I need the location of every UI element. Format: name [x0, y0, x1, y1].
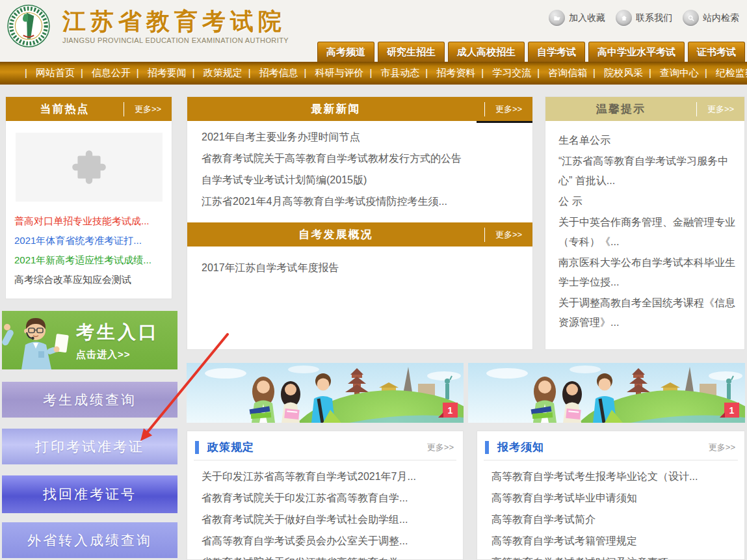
news-item[interactable]: 江苏省2021年4月高等教育自学考试疫情防控考生须...: [202, 191, 532, 212]
tab-academic-level[interactable]: 高中学业水平考试: [588, 42, 685, 62]
policy-item[interactable]: 关于印发江苏省高等教育自学考试2021年7月...: [202, 466, 463, 487]
policy-item[interactable]: 省教育考试院关于做好自学考试社会助学组...: [202, 509, 463, 530]
hot-topics-title: 当前热点: [6, 101, 124, 116]
nav-item-mailbox[interactable]: 咨询信箱: [537, 67, 593, 79]
nav-item-materials[interactable]: 招考资料: [425, 67, 481, 79]
main-navbar: 网站首页 信息公开 招考要闻 政策规定 招考信息 科研与评价 市县动态 招考资料…: [0, 62, 747, 85]
channel-tabs: 高考频道 研究生招生 成人高校招生 自学考试 高中学业水平考试 证书考试: [317, 42, 745, 62]
tips-list: 生名单公示 “江苏省高等教育自学考试学习服务中心” 首批认... 公 示 关于中…: [545, 121, 744, 332]
notice-item[interactable]: 高等教育自学考试考试时间及注意事项: [491, 552, 744, 560]
tip-item[interactable]: 关于中英合作商务管理、金融管理专业（专科）《...: [558, 213, 735, 252]
policy-list: 关于印发江苏省高等教育自学考试2021年7月... 省教育考试院关于印发江苏省高…: [187, 460, 463, 560]
banner-illustration: [468, 363, 745, 423]
hot-topic-link[interactable]: 普高对口单招专业技能考试成...: [14, 211, 172, 231]
contact-us-link[interactable]: 联系我们: [616, 10, 672, 26]
tip-item[interactable]: 公 示: [558, 192, 735, 211]
policy-header: 政策规定 更多>>: [187, 431, 463, 460]
hot-topic-link[interactable]: 高考综合改革应知应会测试: [14, 270, 172, 289]
news-item[interactable]: 省教育考试院关于高等教育自学考试教材发行方式的公告: [202, 148, 532, 169]
nav-item-news[interactable]: 招考要闻: [137, 67, 192, 79]
promo-banner[interactable]: 1: [468, 363, 745, 423]
hot-topic-link[interactable]: 2021年新高考适应性考试成绩...: [14, 250, 172, 270]
header-underline: [477, 121, 532, 123]
page: 江苏省教育考试院 JIANGSU PROVINCIAL EDUCATION EX…: [0, 0, 747, 560]
policy-item[interactable]: 省高等教育自学考试委员会办公室关于调整...: [202, 530, 463, 552]
site-search-link[interactable]: 站内检索: [683, 10, 739, 26]
tips-panel: 温馨提示 更多>> 生名单公示 “江苏省高等教育自学考试学习服务中心” 首批认.…: [545, 96, 745, 350]
news-item[interactable]: 2021年自考主要业务办理时间节点: [202, 126, 532, 148]
overview-more-link[interactable]: 更多>>: [484, 228, 532, 242]
broken-image-placeholder: [16, 133, 163, 202]
policy-panel: 政策规定 更多>> 关于印发江苏省高等教育自学考试2021年7月... 省教育考…: [187, 431, 464, 560]
carousel-index-badge[interactable]: 1: [724, 403, 739, 418]
folder-icon: [549, 10, 565, 26]
print-admission-ticket-button[interactable]: 打印考试准考证: [2, 429, 177, 464]
nav-item-colleges[interactable]: 院校风采: [593, 67, 649, 79]
tip-item[interactable]: “江苏省高等教育自学考试学习服务中心” 首批认...: [558, 152, 735, 191]
tab-gaokao[interactable]: 高考频道: [317, 42, 374, 62]
hot-topics-panel: 当前热点 更多>> 普高对口单招专业技能考试成... 2021年体育省统考准考证…: [5, 96, 172, 299]
nav-item-research[interactable]: 科研与评价: [304, 67, 370, 79]
carousel-index-badge[interactable]: 1: [443, 403, 458, 418]
hot-topics-more-link[interactable]: 更多>>: [124, 102, 172, 116]
add-favorite-link[interactable]: 加入收藏: [549, 10, 605, 26]
candidate-entry-banner[interactable]: 考生入口 点击进入>>: [2, 311, 177, 369]
home-icon: [616, 10, 632, 26]
latest-news-header: 最新新闻 更多>>: [187, 97, 532, 121]
score-query-button[interactable]: 考生成绩查询: [2, 382, 177, 418]
policy-title: 政策规定: [207, 440, 427, 455]
notice-item[interactable]: 高等教育自学考试考籍管理规定: [491, 530, 744, 552]
counselor-illustration: [2, 311, 72, 369]
site-logo: 江苏省教育考试院 JIANGSU PROVINCIAL EDUCATION EX…: [7, 4, 289, 48]
quick-link-label: 站内检索: [703, 12, 739, 24]
notice-more-link[interactable]: 更多>>: [709, 442, 735, 453]
overview-item[interactable]: 2017年江苏自学考试年度报告: [202, 257, 532, 278]
section-bar: [485, 441, 489, 454]
notice-item[interactable]: 高等教育自学考试简介: [491, 509, 744, 530]
policy-item[interactable]: 省教育考试院关于印发江苏省高等教育自学...: [202, 487, 463, 509]
find-ticket-number-button[interactable]: 找回准考证号: [2, 475, 177, 513]
site-subtitle: JIANGSU PROVINCIAL EDUCATION EXAMINATION…: [62, 36, 289, 44]
policy-more-link[interactable]: 更多>>: [427, 442, 454, 453]
nav-item-query-center[interactable]: 查询中心: [649, 67, 705, 79]
overview-title: 自考发展概况: [187, 227, 484, 242]
tab-postgraduate[interactable]: 研究生招生: [378, 42, 445, 62]
tips-header: 温馨提示 更多>>: [545, 97, 744, 121]
policy-item[interactable]: 省教育考试院关于印发江苏省高等教育自学...: [202, 552, 463, 560]
tab-certificate[interactable]: 证书考试: [688, 42, 745, 62]
overview-list: 2017年江苏自学考试年度报告: [187, 252, 532, 278]
tip-item[interactable]: 关于调整高教自考全国统考课程《信息资源管理》...: [558, 293, 735, 332]
nav-item-policy[interactable]: 政策规定: [192, 67, 248, 79]
notice-item[interactable]: 高等教育自学考试毕业申请须知: [491, 487, 744, 509]
notice-item[interactable]: 高等教育自学考试考生报考毕业论文（设计...: [491, 466, 744, 487]
hot-topic-link[interactable]: 2021年体育省统考准考证打...: [14, 231, 172, 250]
hot-topics-header: 当前热点 更多>>: [6, 97, 172, 121]
overview-header: 自考发展概况 更多>>: [187, 222, 532, 247]
nav-item-discipline[interactable]: 纪检监察投诉举报: [705, 67, 747, 79]
promo-banner[interactable]: 1: [187, 363, 464, 423]
tips-more-link[interactable]: 更多>>: [696, 102, 744, 116]
nav-item-learning[interactable]: 学习交流: [481, 67, 537, 79]
site-title: 江苏省教育考试院: [62, 8, 289, 34]
tab-self-study[interactable]: 自学考试: [528, 42, 585, 62]
emblem-icon: [7, 4, 51, 48]
latest-news-more-link[interactable]: 更多>>: [484, 102, 532, 116]
nav-item-county[interactable]: 市县动态: [369, 67, 425, 79]
tips-title: 温馨提示: [545, 101, 696, 116]
tip-item[interactable]: 南京医科大学公布自学考试本科毕业生学士学位授...: [558, 253, 735, 292]
nav-item-info[interactable]: 信息公开: [81, 67, 137, 79]
quick-link-label: 加入收藏: [569, 12, 605, 24]
tip-item[interactable]: 生名单公示: [558, 131, 735, 150]
entry-subtitle: 点击进入>>: [76, 349, 159, 361]
tab-adult-college[interactable]: 成人高校招生: [448, 42, 525, 62]
notice-list: 高等教育自学考试考生报考毕业论文（设计... 高等教育自学考试毕业申请须知 高等…: [477, 460, 744, 560]
notice-panel: 报考须知 更多>> 高等教育自学考试考生报考毕业论文（设计... 高等教育自学考…: [477, 431, 745, 560]
latest-news-title: 最新新闻: [187, 101, 484, 116]
search-icon: [683, 10, 699, 26]
nav-item-exam-info[interactable]: 招考信息: [248, 67, 304, 79]
transfer-score-query-button[interactable]: 外省转入成绩查询: [2, 522, 177, 558]
news-item[interactable]: 自学考试专业考试计划简编(2015版): [202, 169, 532, 191]
nav-item-home[interactable]: 网站首页: [25, 67, 81, 79]
puzzle-icon: [69, 147, 109, 187]
latest-news-panel: 最新新闻 更多>> 2021年自考主要业务办理时间节点 省教育考试院关于高等教育…: [187, 96, 533, 350]
